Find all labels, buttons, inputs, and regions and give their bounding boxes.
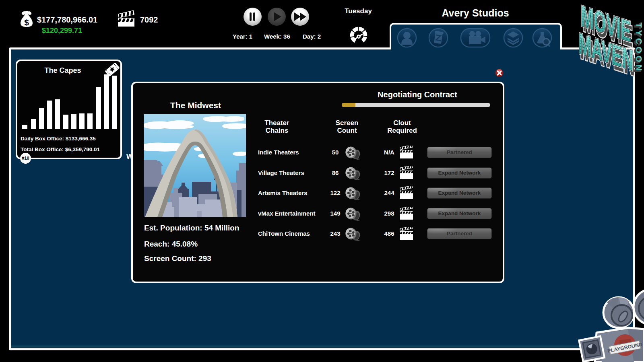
svg-text:TYCOON: TYCOON <box>634 23 644 73</box>
svg-text:$: $ <box>24 18 29 27</box>
